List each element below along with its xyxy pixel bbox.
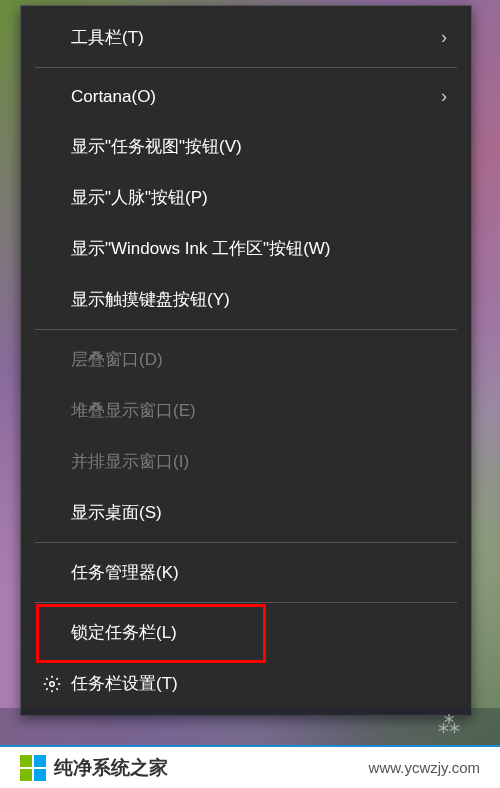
menu-label-stacked: 堆叠显示窗口(E)	[71, 399, 447, 422]
menu-label-people: 显示"人脉"按钮(P)	[71, 186, 447, 209]
gear-icon	[43, 675, 61, 693]
menu-label-toolbars: 工具栏(T)	[71, 26, 441, 49]
menu-label-touch-kb: 显示触摸键盘按钮(Y)	[71, 288, 447, 311]
watermark-bar: 纯净系统之家 www.ycwzjy.com	[0, 745, 500, 788]
menu-item-cortana[interactable]: Cortana(O) ›	[21, 72, 471, 121]
menu-label-task-view: 显示"任务视图"按钮(V)	[71, 135, 447, 158]
menu-label-show-desktop: 显示桌面(S)	[71, 501, 447, 524]
menu-separator	[35, 542, 457, 543]
menu-separator	[35, 329, 457, 330]
paw-icon: ⁂	[438, 712, 460, 738]
menu-item-show-desktop[interactable]: 显示桌面(S)	[21, 487, 471, 538]
taskbar-context-menu: 工具栏(T) › Cortana(O) › 显示"任务视图"按钮(V) 显示"人…	[20, 5, 472, 716]
taskbar[interactable]	[0, 708, 500, 748]
menu-item-lock-taskbar[interactable]: 锁定任务栏(L)	[21, 607, 471, 658]
logo-squares-icon	[20, 755, 46, 781]
menu-item-stacked: 堆叠显示窗口(E)	[21, 385, 471, 436]
menu-label-sidebyside: 并排显示窗口(I)	[71, 450, 447, 473]
chevron-right-icon: ›	[441, 27, 447, 48]
watermark-url: www.ycwzjy.com	[369, 759, 480, 776]
menu-label-cascade: 层叠窗口(D)	[71, 348, 447, 371]
menu-item-toolbars[interactable]: 工具栏(T) ›	[21, 12, 471, 63]
menu-separator	[35, 602, 457, 603]
menu-item-touch-kb[interactable]: 显示触摸键盘按钮(Y)	[21, 274, 471, 325]
menu-item-ink[interactable]: 显示"Windows Ink 工作区"按钮(W)	[21, 223, 471, 274]
menu-item-sidebyside: 并排显示窗口(I)	[21, 436, 471, 487]
menu-label-cortana: Cortana(O)	[71, 87, 441, 107]
menu-item-task-manager[interactable]: 任务管理器(K)	[21, 547, 471, 598]
menu-separator	[35, 67, 457, 68]
svg-point-0	[50, 681, 55, 686]
menu-label-task-manager: 任务管理器(K)	[71, 561, 447, 584]
menu-label-taskbar-settings: 任务栏设置(T)	[71, 672, 447, 695]
menu-item-taskbar-settings[interactable]: 任务栏设置(T)	[21, 658, 471, 709]
menu-label-lock-taskbar: 锁定任务栏(L)	[71, 621, 447, 644]
menu-item-task-view[interactable]: 显示"任务视图"按钮(V)	[21, 121, 471, 172]
menu-item-cascade: 层叠窗口(D)	[21, 334, 471, 385]
menu-label-ink: 显示"Windows Ink 工作区"按钮(W)	[71, 237, 447, 260]
watermark-text: 纯净系统之家	[54, 755, 168, 781]
chevron-right-icon: ›	[441, 86, 447, 107]
menu-item-people[interactable]: 显示"人脉"按钮(P)	[21, 172, 471, 223]
watermark-logo: 纯净系统之家	[20, 755, 168, 781]
